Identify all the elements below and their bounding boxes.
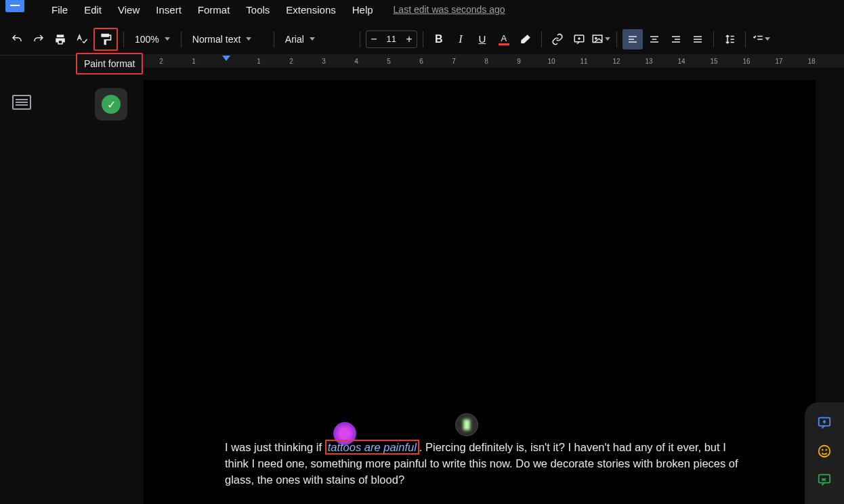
menu-help[interactable]: Help xyxy=(345,1,380,18)
undo-button[interactable] xyxy=(7,29,27,49)
add-comment-button[interactable] xyxy=(569,29,589,49)
font-size-increase[interactable]: + xyxy=(402,31,417,47)
paragraph-style-select[interactable]: Normal text xyxy=(187,29,268,49)
insert-image-button[interactable] xyxy=(591,29,611,49)
underline-button[interactable]: U xyxy=(472,29,492,49)
checklist-button[interactable] xyxy=(751,29,772,49)
svg-point-4 xyxy=(819,446,830,457)
side-actions-rail xyxy=(805,402,844,504)
menu-bar: File Edit View Insert Format Tools Exten… xyxy=(45,1,380,18)
highlight-color-button[interactable] xyxy=(515,29,536,49)
font-value: Arial xyxy=(285,34,304,45)
font-size-value[interactable]: 11 xyxy=(381,34,402,44)
emoji-reaction-button[interactable] xyxy=(816,443,832,459)
last-edit-link[interactable]: Last edit was seconds ago xyxy=(394,4,505,15)
bold-button[interactable]: B xyxy=(429,29,449,49)
document-page[interactable]: I was just thinking if tattoos are painf… xyxy=(144,80,816,504)
line-spacing-button[interactable] xyxy=(719,29,740,49)
highlighted-phrase[interactable]: tattoos are painful xyxy=(325,440,419,455)
paint-format-button[interactable] xyxy=(93,28,118,51)
align-justify-button[interactable] xyxy=(688,29,708,49)
zoom-value: 100% xyxy=(135,34,159,45)
horizontal-ruler[interactable]: 21123456789101112131415161718 xyxy=(142,54,844,68)
font-size-stepper: − 11 + xyxy=(366,30,417,48)
zoom-select[interactable]: 100% xyxy=(129,29,175,49)
font-size-decrease[interactable]: − xyxy=(366,31,381,47)
insert-link-button[interactable] xyxy=(547,29,568,49)
print-button[interactable] xyxy=(50,29,70,49)
docs-logo[interactable] xyxy=(5,0,24,12)
redo-button[interactable] xyxy=(28,29,49,49)
menu-format[interactable]: Format xyxy=(191,1,237,18)
checkmark-icon: ✓ xyxy=(102,95,121,114)
align-left-button[interactable] xyxy=(623,29,643,49)
align-center-button[interactable] xyxy=(644,29,664,49)
document-area: ✓ I was just thinking if tattoos are pai… xyxy=(43,68,844,504)
menu-file[interactable]: File xyxy=(45,1,75,18)
svg-rect-1 xyxy=(593,35,602,43)
paragraph-style-value: Normal text xyxy=(192,34,241,45)
text-segment: I was just thinking if xyxy=(225,441,325,453)
add-comment-side-button[interactable] xyxy=(816,415,832,431)
document-outline-button[interactable] xyxy=(12,95,31,110)
font-select[interactable]: Arial xyxy=(280,29,354,49)
grammar-check-badge[interactable]: ✓ xyxy=(95,88,127,121)
suggest-edits-button[interactable] xyxy=(816,471,832,488)
toolbar: 100% Normal text Arial − 11 + B I U A xyxy=(0,23,844,56)
svg-point-2 xyxy=(595,37,596,39)
spellcheck-button[interactable] xyxy=(72,29,92,49)
text-color-button[interactable]: A xyxy=(494,29,514,49)
svg-point-5 xyxy=(822,450,823,450)
menu-tools[interactable]: Tools xyxy=(239,1,276,18)
indent-marker-icon[interactable] xyxy=(222,56,230,61)
menu-extensions[interactable]: Extensions xyxy=(279,1,342,18)
document-body-text[interactable]: I was just thinking if tattoos are painf… xyxy=(225,439,740,488)
menu-edit[interactable]: Edit xyxy=(77,1,108,18)
paint-format-tooltip: Paint format xyxy=(76,53,143,75)
svg-point-6 xyxy=(826,450,826,450)
menu-insert[interactable]: Insert xyxy=(149,1,188,18)
align-right-button[interactable] xyxy=(666,29,686,49)
menu-view[interactable]: View xyxy=(111,1,146,18)
collaborator-avatar-2[interactable] xyxy=(455,413,478,436)
italic-button[interactable]: I xyxy=(450,29,471,49)
